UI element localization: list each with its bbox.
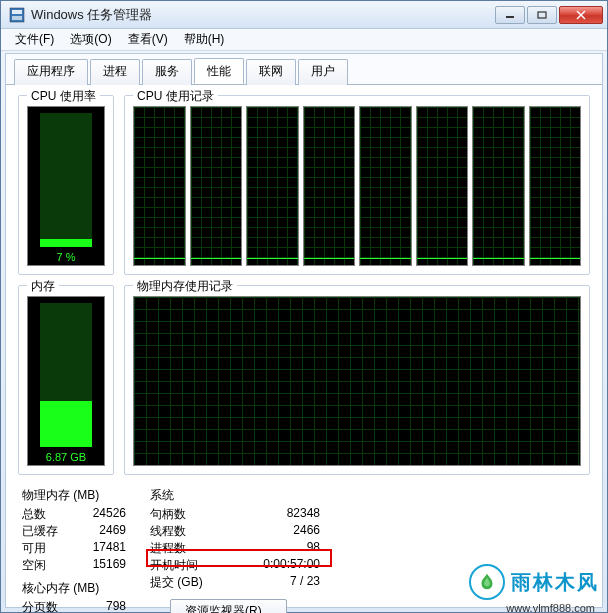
cpu-core-graph — [472, 106, 525, 266]
tab-users[interactable]: 用户 — [298, 59, 348, 85]
memory-usage-group: 内存 6.87 GB — [18, 285, 114, 475]
kernel-paged-label: 分页数 — [22, 599, 70, 613]
processes-label: 进程数 — [150, 540, 228, 557]
uptime-value: 0:00:57:00 — [228, 557, 320, 574]
cpu-history-title: CPU 使用记录 — [133, 88, 218, 105]
threads-label: 线程数 — [150, 523, 228, 540]
memory-usage-value: 6.87 GB — [28, 451, 104, 463]
cpu-usage-title: CPU 使用率 — [27, 88, 100, 105]
watermark-text: 雨林木风 — [511, 569, 599, 596]
tab-applications[interactable]: 应用程序 — [14, 59, 88, 85]
svg-rect-2 — [12, 16, 22, 20]
cpu-core-graph — [529, 106, 582, 266]
cpu-meter: 7 % — [27, 106, 105, 266]
cpu-usage-group: CPU 使用率 7 % — [18, 95, 114, 275]
cpu-core-graph — [190, 106, 243, 266]
phys-avail-label: 可用 — [22, 540, 70, 557]
handles-value: 82348 — [228, 506, 320, 523]
phys-cached-label: 已缓存 — [22, 523, 70, 540]
kernel-mem-title: 核心内存 (MB) — [22, 580, 126, 597]
phys-free-label: 空闲 — [22, 557, 70, 574]
menu-help[interactable]: 帮助(H) — [176, 29, 233, 50]
commit-label: 提交 (GB) — [150, 574, 228, 591]
maximize-icon — [537, 11, 547, 19]
phys-free-value: 15169 — [70, 557, 126, 574]
handles-label: 句柄数 — [150, 506, 228, 523]
memory-history-graph — [133, 296, 581, 466]
phys-avail-value: 17481 — [70, 540, 126, 557]
watermark-url: www.ylmf888.com — [506, 602, 595, 613]
client-area: 应用程序 进程 服务 性能 联网 用户 CPU 使用率 7 % CPU 使用记录 — [5, 53, 603, 608]
close-icon — [575, 10, 587, 20]
memory-history-title: 物理内存使用记录 — [133, 278, 237, 295]
minimize-icon — [505, 11, 515, 19]
titlebar[interactable]: Windows 任务管理器 — [1, 1, 607, 29]
menu-view[interactable]: 查看(V) — [120, 29, 176, 50]
window-title: Windows 任务管理器 — [31, 6, 495, 24]
processes-value: 98 — [228, 540, 320, 557]
watermark: 雨林木风 — [469, 564, 599, 600]
maximize-button[interactable] — [527, 6, 557, 24]
cpu-core-graph — [133, 106, 186, 266]
menu-file[interactable]: 文件(F) — [7, 29, 62, 50]
phys-mem-title: 物理内存 (MB) — [22, 487, 126, 504]
close-button[interactable] — [559, 6, 603, 24]
tab-services[interactable]: 服务 — [142, 59, 192, 85]
menu-options[interactable]: 选项(O) — [62, 29, 119, 50]
uptime-label: 开机时间 — [150, 557, 228, 574]
watermark-icon — [469, 564, 505, 600]
cpu-history-group: CPU 使用记录 — [124, 95, 590, 275]
cpu-history-graphs — [133, 106, 581, 266]
memory-usage-title: 内存 — [27, 278, 59, 295]
memory-history-group: 物理内存使用记录 — [124, 285, 590, 475]
cpu-core-graph — [359, 106, 412, 266]
memory-meter: 6.87 GB — [27, 296, 105, 466]
tab-performance[interactable]: 性能 — [194, 58, 244, 84]
svg-rect-1 — [12, 10, 22, 14]
cpu-core-graph — [303, 106, 356, 266]
performance-panel: CPU 使用率 7 % CPU 使用记录 — [6, 84, 602, 611]
phys-total-value: 24526 — [70, 506, 126, 523]
svg-rect-4 — [538, 12, 546, 18]
task-manager-window: Windows 任务管理器 文件(F) 选项(O) 查看(V) 帮助(H) 应用… — [0, 0, 608, 613]
cpu-core-graph — [246, 106, 299, 266]
system-stats: 系统 句柄数82348 线程数2466 进程数98 开机时间0:00:57:00… — [150, 487, 320, 613]
cpu-usage-value: 7 % — [28, 251, 104, 263]
tab-strip: 应用程序 进程 服务 性能 联网 用户 — [6, 54, 602, 84]
physical-memory-stats: 物理内存 (MB) 总数24526 已缓存2469 可用17481 空闲1516… — [22, 487, 126, 613]
threads-value: 2466 — [228, 523, 320, 540]
phys-cached-value: 2469 — [70, 523, 126, 540]
kernel-paged-value: 798 — [70, 599, 126, 613]
tab-networking[interactable]: 联网 — [246, 59, 296, 85]
commit-value: 7 / 23 — [228, 574, 320, 591]
system-title: 系统 — [150, 487, 320, 504]
minimize-button[interactable] — [495, 6, 525, 24]
cpu-core-graph — [416, 106, 469, 266]
resource-monitor-button[interactable]: 资源监视器(R)... — [170, 599, 287, 613]
tab-processes[interactable]: 进程 — [90, 59, 140, 85]
phys-total-label: 总数 — [22, 506, 70, 523]
menubar: 文件(F) 选项(O) 查看(V) 帮助(H) — [1, 29, 607, 51]
app-icon — [9, 7, 25, 23]
